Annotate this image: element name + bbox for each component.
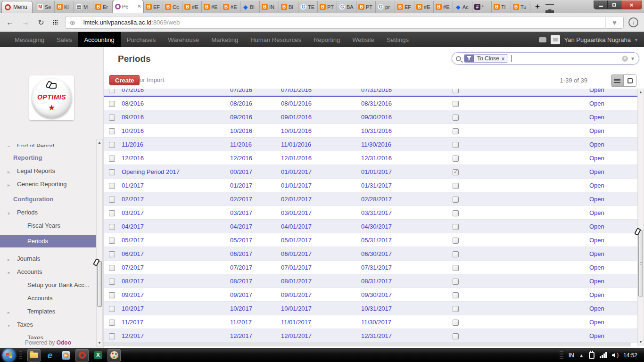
state-link[interactable]: Open <box>589 182 637 189</box>
table-row[interactable]: 03/2017 03/2017 03/01/2017 03/31/2017 Op… <box>104 206 637 220</box>
table-row[interactable]: 05/2017 05/2017 05/01/2017 05/31/2017 Op… <box>104 233 637 247</box>
user-menu[interactable]: Yan Pugaartika Nugraha <box>564 36 631 43</box>
nav-item-warehouse[interactable]: Warehouse <box>162 32 205 47</box>
state-link[interactable]: Open <box>589 155 637 162</box>
period-name-cell[interactable]: 09/2017 <box>122 291 230 298</box>
end-date-cell[interactable]: 11/30/2017 <box>361 319 452 326</box>
import-link[interactable]: Import <box>147 76 164 83</box>
state-link[interactable]: Open <box>589 278 637 285</box>
row-checkbox[interactable] <box>109 183 115 189</box>
state-link[interactable]: Open <box>589 332 637 339</box>
end-date-cell[interactable]: 07/31/2017 <box>361 264 452 271</box>
taskbar-ie-button[interactable]: e <box>43 349 57 362</box>
network-signal-icon[interactable] <box>600 352 607 358</box>
search-clear-icon[interactable]: ✕ <box>622 56 628 62</box>
period-name-cell[interactable]: 08/2017 <box>122 278 230 285</box>
table-row[interactable]: 10/2017 10/2017 10/01/2017 10/31/2017 Op… <box>104 302 637 315</box>
sidebar-item-setup-your-bank-acc-[interactable]: Setup your Bank Acc... <box>0 281 96 289</box>
table-row[interactable]: 02/2017 02/2017 02/01/2017 02/28/2017 Op… <box>104 192 637 206</box>
browser-tab[interactable]: ◆ Ac <box>453 1 472 13</box>
sidebar-item-legal-reports[interactable]: ▸Legal Reports <box>0 167 96 175</box>
state-link[interactable]: Open <box>589 319 637 326</box>
end-date-cell[interactable]: 02/28/2017 <box>361 196 452 203</box>
browser-tab[interactable]: ▤ M <box>74 1 93 13</box>
search-box[interactable]: To Close x ✕ ▼ <box>452 52 639 65</box>
browser-tab[interactable]: B Kl <box>55 1 74 13</box>
row-checkbox[interactable] <box>109 169 115 175</box>
chevron-down-icon[interactable]: ▾ <box>8 143 10 147</box>
browser-tab[interactable]: B PT <box>356 1 376 13</box>
table-row[interactable]: Opening Period 2017 00/2017 01/01/2017 0… <box>104 165 637 179</box>
table-row[interactable]: 04/2017 04/2017 04/01/2017 04/30/2017 Op… <box>104 220 637 233</box>
period-name-cell[interactable]: 11/2016 <box>122 141 230 148</box>
chevron-down-icon[interactable]: ▾ <box>635 37 637 42</box>
period-name-cell[interactable]: 02/2017 <box>122 196 230 203</box>
sidebar-item-taxes[interactable]: ▾Taxes <box>0 321 96 329</box>
code-cell[interactable]: 09/2017 <box>230 291 281 298</box>
state-link[interactable]: Open <box>589 250 637 257</box>
state-link[interactable]: Open <box>589 291 637 298</box>
browser-tab[interactable]: B IN <box>260 1 279 13</box>
end-date-cell[interactable]: 11/30/2016 <box>361 141 452 148</box>
form-view-button[interactable] <box>624 75 636 86</box>
table-row[interactable]: 07/2017 07/2017 07/01/2017 07/31/2017 Op… <box>104 261 637 274</box>
start-date-cell[interactable]: 08/01/2017 <box>281 278 361 285</box>
odoo-brand-link[interactable]: Odoo <box>57 339 71 346</box>
row-checkbox[interactable] <box>109 238 115 244</box>
speaker-icon[interactable] <box>612 353 615 357</box>
end-date-cell[interactable]: 10/31/2016 <box>361 127 452 134</box>
chevron-right-icon[interactable]: ▸ <box>8 181 10 189</box>
nav-item-accounting[interactable]: Accounting <box>78 32 120 47</box>
close-button[interactable]: × <box>621 0 642 9</box>
browser-tab[interactable]: ◆ Bi <box>240 1 260 13</box>
downloads-icon[interactable]: ↓ <box>628 17 638 27</box>
sidebar-item-fiscal-years[interactable]: Fiscal Years <box>0 222 96 230</box>
sidebar-scrollbar[interactable]: ▲ ▼ <box>96 139 103 346</box>
scroll-up-icon[interactable]: ▲ <box>97 140 102 145</box>
end-date-cell[interactable]: 04/30/2017 <box>361 223 452 230</box>
table-row[interactable]: 08/2016 08/2016 08/01/2016 08/31/2016 Op… <box>104 97 637 110</box>
table-row[interactable]: 01/2017 01/2017 01/01/2017 01/31/2017 Op… <box>104 179 637 192</box>
state-link[interactable]: Open <box>589 237 637 244</box>
row-checkbox[interactable] <box>109 251 115 257</box>
period-name-cell[interactable]: 11/2017 <box>122 319 230 326</box>
nav-item-messaging[interactable]: Messaging <box>8 32 50 47</box>
nav-item-settings[interactable]: Settings <box>380 32 415 47</box>
avatar[interactable] <box>551 35 560 44</box>
period-name-cell[interactable]: 04/2017 <box>122 223 230 230</box>
browser-tab[interactable]: B #E <box>182 1 202 13</box>
browser-tab[interactable]: B #E <box>434 1 453 13</box>
start-date-cell[interactable]: 06/01/2017 <box>281 250 361 257</box>
state-link[interactable]: Open <box>589 127 637 134</box>
period-name-cell[interactable]: 10/2017 <box>122 305 230 312</box>
code-cell[interactable]: 01/2017 <box>230 182 281 189</box>
content-scrollbar[interactable]: ▲ ▼ <box>637 89 644 346</box>
messages-bubble-icon[interactable] <box>539 37 546 42</box>
start-date-cell[interactable]: 03/01/2017 <box>281 209 361 216</box>
chevron-right-icon[interactable]: ▸ <box>8 168 10 176</box>
state-link[interactable]: Open <box>589 196 637 203</box>
row-checkbox[interactable] <box>109 224 115 230</box>
start-date-cell[interactable]: 12/01/2017 <box>281 332 361 339</box>
period-name-cell[interactable]: 01/2017 <box>122 182 230 189</box>
row-checkbox[interactable] <box>109 279 115 285</box>
code-cell[interactable]: 09/2016 <box>230 114 281 121</box>
url-field[interactable]: ⊕ imtek.univpancasila.ac.id :8069/web ♥ <box>65 16 624 29</box>
nav-item-purchases[interactable]: Purchases <box>121 32 162 47</box>
browser-tab[interactable]: B #E <box>414 1 434 13</box>
start-date-cell[interactable]: 09/01/2017 <box>281 291 361 298</box>
table-row[interactable]: 12/2016 12/2016 12/01/2016 12/31/2016 Op… <box>104 151 637 165</box>
end-date-cell[interactable]: 03/31/2017 <box>361 209 452 216</box>
start-button[interactable] <box>2 349 16 362</box>
period-name-cell[interactable]: 10/2016 <box>122 127 230 134</box>
chevron-right-icon[interactable]: ▸ <box>8 256 10 263</box>
row-checkbox[interactable] <box>109 142 115 148</box>
table-row-partial[interactable]: 07/2016 07/2016 07/01/2016 07/31/2016 Op… <box>104 89 637 97</box>
sidebar-item-generic-reporting[interactable]: ▸Generic Reporting <box>0 181 96 188</box>
table-row[interactable]: 09/2017 09/2017 09/01/2017 09/30/2017 Op… <box>104 288 637 302</box>
browser-tab[interactable]: M Se <box>35 1 55 13</box>
taskbar-paint-button[interactable] <box>107 349 121 362</box>
tab-close-icon[interactable]: ✕ <box>137 3 141 9</box>
period-name-cell[interactable]: 12/2016 <box>122 155 230 162</box>
state-link[interactable]: Open <box>589 114 637 121</box>
